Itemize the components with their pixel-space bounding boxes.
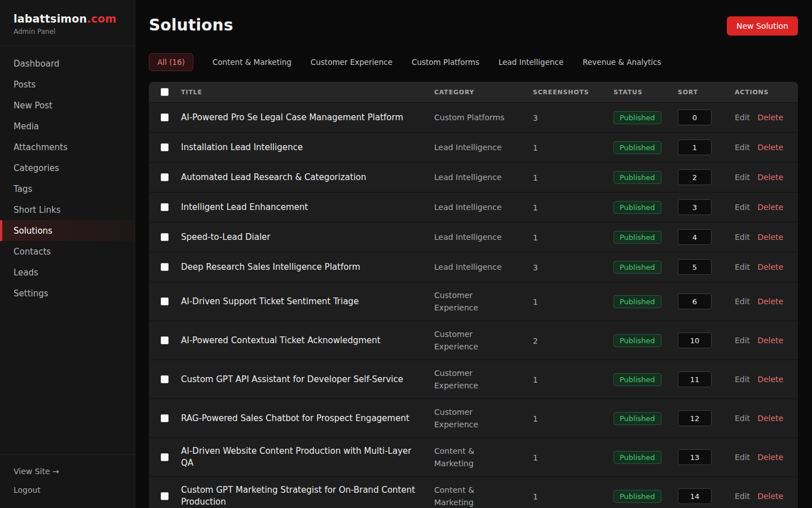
sort-order-input[interactable] <box>678 259 712 275</box>
table-row: AI-Powered Pro Se Legal Case Management … <box>149 102 798 132</box>
row-screenshots-cell: 3 <box>533 262 614 273</box>
sidebar-item[interactable]: Short Links <box>0 199 135 220</box>
screenshots-count: 3 <box>533 113 538 122</box>
sort-order-input[interactable] <box>678 371 712 387</box>
row-checkbox[interactable] <box>161 414 169 422</box>
sidebar-item[interactable]: Categories <box>0 157 135 178</box>
column-header-status: Status <box>614 89 678 96</box>
sidebar-item[interactable]: Settings <box>0 283 135 304</box>
row-sort-cell <box>678 229 735 245</box>
row-checkbox[interactable] <box>161 492 169 500</box>
sort-order-input[interactable] <box>678 199 712 215</box>
delete-link[interactable]: Delete <box>757 297 783 306</box>
row-checkbox[interactable] <box>161 173 169 181</box>
sidebar-item[interactable]: Solutions <box>0 220 135 241</box>
delete-link[interactable]: Delete <box>757 375 783 384</box>
row-checkbox[interactable] <box>161 143 169 151</box>
row-status-cell: Published <box>614 295 678 308</box>
edit-link[interactable]: Edit <box>735 262 750 271</box>
row-sort-cell <box>678 139 735 155</box>
row-status-cell: Published <box>614 231 678 244</box>
row-checkbox[interactable] <box>161 375 169 383</box>
filter-tab[interactable]: Content & Marketing <box>213 58 292 67</box>
new-solution-button[interactable]: New Solution <box>727 16 798 36</box>
table-row: Deep Research Sales Intelligence Platfor… <box>149 252 798 282</box>
sidebar-item[interactable]: Posts <box>0 74 135 95</box>
filter-tab[interactable]: All (16) <box>149 53 193 71</box>
delete-link[interactable]: Delete <box>757 203 783 212</box>
sidebar-item-label: Solutions <box>14 226 52 236</box>
sort-order-input[interactable] <box>678 449 712 465</box>
row-title-cell: RAG-Powered Sales Chatbot for Prospect E… <box>181 413 434 424</box>
edit-link[interactable]: Edit <box>735 233 750 242</box>
table-row: Custom GPT API Assistant for Developer S… <box>149 360 798 398</box>
sidebar-footer-label: Logout <box>14 485 41 494</box>
logo-name: labattsimon <box>14 12 87 25</box>
sidebar-item[interactable]: Leads <box>0 262 135 283</box>
sidebar-item[interactable]: Contacts <box>0 241 135 262</box>
sort-order-input[interactable] <box>678 139 712 155</box>
row-checkbox-cell <box>149 143 181 151</box>
solution-title: AI-Driven Support Ticket Sentiment Triag… <box>181 296 359 306</box>
solution-category: Lead Intelligence <box>434 261 502 273</box>
filter-tabs: All (16) Content & Marketing Customer Ex… <box>149 53 798 71</box>
filter-tab-label: Revenue & Analytics <box>582 58 661 67</box>
filter-tab[interactable]: Customer Experience <box>311 58 392 67</box>
edit-link[interactable]: Edit <box>735 336 750 345</box>
row-checkbox[interactable] <box>161 113 169 121</box>
sort-order-input[interactable] <box>678 294 712 309</box>
edit-link[interactable]: Edit <box>735 414 750 423</box>
delete-link[interactable]: Delete <box>757 143 783 152</box>
sidebar-footer-item[interactable]: View Site → <box>0 462 135 480</box>
row-checkbox[interactable] <box>161 203 169 211</box>
row-checkbox[interactable] <box>161 297 169 305</box>
row-checkbox[interactable] <box>161 336 169 344</box>
row-status-cell: Published <box>614 261 678 274</box>
delete-link[interactable]: Delete <box>757 173 783 182</box>
sort-order-input[interactable] <box>678 110 712 125</box>
row-screenshots-cell: 2 <box>533 335 614 346</box>
edit-link[interactable]: Edit <box>735 453 750 462</box>
sidebar-footer-item[interactable]: Logout <box>0 480 135 499</box>
solution-title: AI-Driven Website Content Production wit… <box>181 446 411 468</box>
row-checkbox[interactable] <box>161 453 169 461</box>
edit-link[interactable]: Edit <box>735 203 750 212</box>
sidebar-item[interactable]: Media <box>0 116 135 137</box>
sort-order-input[interactable] <box>678 229 712 245</box>
edit-link[interactable]: Edit <box>735 143 750 152</box>
filter-tab[interactable]: Lead Intelligence <box>498 58 563 67</box>
select-all-checkbox[interactable] <box>161 88 169 96</box>
solution-title: AI-Powered Contextual Ticket Acknowledgm… <box>181 335 381 345</box>
sort-order-input[interactable] <box>678 332 712 348</box>
row-checkbox[interactable] <box>161 263 169 271</box>
logo-block[interactable]: labattsimon.com Admin Panel <box>0 0 135 46</box>
sidebar-item[interactable]: Dashboard <box>0 53 135 74</box>
sort-order-input[interactable] <box>678 488 712 504</box>
sort-order-input[interactable] <box>678 410 712 426</box>
edit-link[interactable]: Edit <box>735 375 750 384</box>
delete-link[interactable]: Delete <box>757 262 783 271</box>
row-actions-cell: Edit Delete <box>735 375 798 384</box>
row-actions-cell: Edit Delete <box>735 143 798 152</box>
filter-tab[interactable]: Custom Platforms <box>412 58 479 67</box>
sidebar-item[interactable]: New Post <box>0 95 135 116</box>
filter-tab[interactable]: Revenue & Analytics <box>582 58 661 67</box>
site-logo: labattsimon.com <box>14 12 121 25</box>
delete-link[interactable]: Delete <box>757 492 783 501</box>
delete-link[interactable]: Delete <box>757 233 783 242</box>
edit-link[interactable]: Edit <box>735 297 750 306</box>
sidebar-item[interactable]: Attachments <box>0 137 135 157</box>
sidebar-item-label: Short Links <box>14 205 61 215</box>
delete-link[interactable]: Delete <box>757 453 783 462</box>
row-checkbox[interactable] <box>161 233 169 241</box>
table-row: AI-Driven Support Ticket Sentiment Triag… <box>149 282 798 321</box>
delete-link[interactable]: Delete <box>757 113 783 122</box>
edit-link[interactable]: Edit <box>735 492 750 501</box>
edit-link[interactable]: Edit <box>735 113 750 122</box>
delete-link[interactable]: Delete <box>757 336 783 345</box>
edit-link[interactable]: Edit <box>735 173 750 182</box>
sort-order-input[interactable] <box>678 169 712 185</box>
sidebar-item[interactable]: Tags <box>0 178 135 199</box>
screenshots-count: 1 <box>533 414 538 423</box>
delete-link[interactable]: Delete <box>757 414 783 423</box>
